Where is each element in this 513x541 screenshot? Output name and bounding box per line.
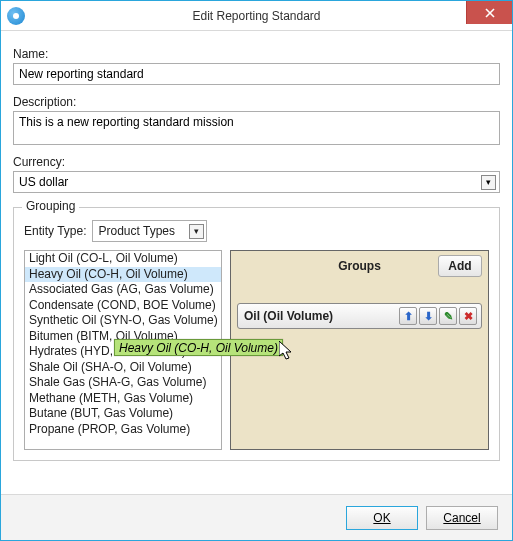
list-item[interactable]: Condensate (COND, BOE Volume) xyxy=(25,298,221,314)
ok-button[interactable]: OK xyxy=(346,506,418,530)
groups-header-text: Groups xyxy=(338,259,381,273)
group-row[interactable]: Oil (Oil Volume) ⬆ ⬇ ✎ xyxy=(237,303,482,329)
drag-tooltip: Heavy Oil (CO-H, Oil Volume) xyxy=(114,339,283,356)
title-bar: Edit Reporting Standard xyxy=(1,1,512,31)
delete-button[interactable]: ✖ xyxy=(459,307,477,325)
groups-header: Groups Add xyxy=(231,251,488,281)
close-button[interactable] xyxy=(466,1,512,24)
grouping-legend: Grouping xyxy=(22,199,79,213)
pencil-icon: ✎ xyxy=(444,310,453,323)
description-input[interactable]: This is a new reporting standard mission xyxy=(13,111,500,145)
currency-value: US dollar xyxy=(19,175,68,189)
close-icon xyxy=(485,8,495,18)
add-button[interactable]: Add xyxy=(438,255,482,277)
dialog-content: Name: Description: This is a new reporti… xyxy=(1,31,512,473)
name-input[interactable] xyxy=(13,63,500,85)
list-item[interactable]: Propane (PROP, Gas Volume) xyxy=(25,422,221,438)
move-down-button[interactable]: ⬇ xyxy=(419,307,437,325)
list-item[interactable]: Shale Gas (SHA-G, Gas Volume) xyxy=(25,375,221,391)
list-item[interactable]: Light Oil (CO-L, Oil Volume) xyxy=(25,251,221,267)
name-label: Name: xyxy=(13,47,500,61)
entity-type-value: Product Types xyxy=(98,224,175,238)
list-item[interactable]: Shale Oil (SHA-O, Oil Volume) xyxy=(25,360,221,376)
edit-button[interactable]: ✎ xyxy=(439,307,457,325)
cancel-button[interactable]: Cancel xyxy=(426,506,498,530)
window-title: Edit Reporting Standard xyxy=(1,9,512,23)
list-item[interactable]: Methane (METH, Gas Volume) xyxy=(25,391,221,407)
chevron-down-icon: ▾ xyxy=(189,224,204,239)
dialog-window: Edit Reporting Standard Name: Descriptio… xyxy=(0,0,513,541)
list-item[interactable]: Synthetic Oil (SYN-O, Gas Volume) xyxy=(25,313,221,329)
chevron-down-icon: ▾ xyxy=(481,175,496,190)
list-item[interactable]: Butane (BUT, Gas Volume) xyxy=(25,406,221,422)
entity-type-label: Entity Type: xyxy=(24,224,86,238)
x-icon: ✖ xyxy=(464,310,473,323)
description-label: Description: xyxy=(13,95,500,109)
app-icon xyxy=(7,7,25,25)
arrow-down-icon: ⬇ xyxy=(424,310,433,323)
arrow-up-icon: ⬆ xyxy=(404,310,413,323)
currency-label: Currency: xyxy=(13,155,500,169)
grouping-fieldset: Grouping Entity Type: Product Types ▾ Li… xyxy=(13,207,500,461)
dialog-footer: OK Cancel xyxy=(1,494,512,540)
currency-combo[interactable]: US dollar ▾ xyxy=(13,171,500,193)
group-row-label: Oil (Oil Volume) xyxy=(244,309,333,323)
move-up-button[interactable]: ⬆ xyxy=(399,307,417,325)
list-item[interactable]: Associated Gas (AG, Gas Volume) xyxy=(25,282,221,298)
entity-type-combo[interactable]: Product Types ▾ xyxy=(92,220,207,242)
list-item[interactable]: Heavy Oil (CO-H, Oil Volume) xyxy=(25,267,221,283)
